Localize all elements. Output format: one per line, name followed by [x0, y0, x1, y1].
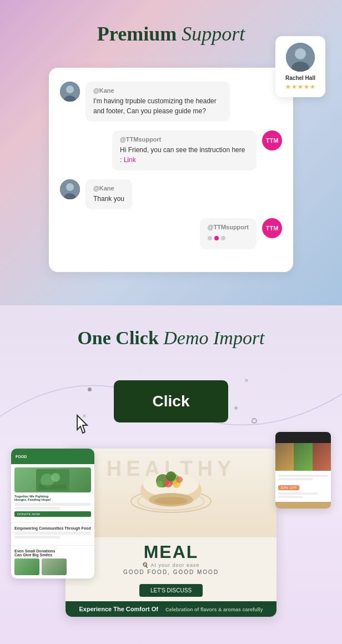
rest-img-3: [313, 443, 331, 471]
food-demo-screenshot: HEALTHY: [66, 449, 276, 617]
user-avatar-1: [60, 82, 80, 102]
chat-handle-4: @TTMsupport: [208, 224, 249, 230]
demo-import-section: One Click Demo Import × × Click FOOD: [0, 305, 342, 644]
food-icon-line: 🍳 At your door ease: [71, 562, 271, 568]
demo-screenshots-area: FOOD Together We FightingHunger, Feeding…: [11, 449, 331, 617]
chat-bubble-2: @TTMsupport Hi Friend, you can see the i…: [112, 130, 256, 170]
dot-1: [208, 236, 212, 240]
title-italic: Support: [182, 23, 245, 45]
rest-price-badge: 30% OFF: [278, 485, 299, 490]
rest-line-4: [278, 496, 303, 498]
chat-message-3: @Kane Thank you: [60, 179, 282, 209]
chat-text-2: Hi Friend, you can see the instruction h…: [120, 145, 249, 165]
section2-title: One Click Demo Import: [77, 328, 264, 349]
food-text-area: MEAL 🍳 At your door ease GOOD FOOD, GOOD…: [66, 537, 276, 580]
meal-subtitle: GOOD FOOD, GOOD MOOD: [71, 569, 271, 575]
chat-handle-3: @Kane: [93, 185, 124, 192]
deco-circle-1: [252, 418, 257, 424]
premium-support-section: Premium Support Rachel Hall ★★★★★: [0, 0, 342, 305]
meal-title: MEAL: [71, 542, 271, 562]
charity-header: FOOD: [11, 449, 94, 464]
bowl-rings-svg: [127, 460, 215, 515]
rachel-avatar: [286, 43, 315, 72]
charity-title: Together We FightingHunger, Feeding Hope…: [14, 495, 91, 501]
footer-celebration: Celebration of flavors & aromas carefull…: [165, 607, 263, 612]
chat-message-1: @Kane I'm having trpuble customizing the…: [60, 82, 282, 122]
rest-line-3: [278, 492, 318, 495]
charity-section-2: Even Small DonationsCan Give Big Smiles: [11, 545, 94, 578]
charity-hero-image: [14, 467, 91, 492]
svg-point-4: [66, 85, 74, 93]
chat-bubble-3: @Kane Thank you: [86, 179, 132, 209]
svg-rect-12: [39, 485, 67, 489]
chat-message-4: TTM @TTMsupport: [60, 218, 282, 249]
charity-line-4: [14, 536, 61, 539]
food-footer-bar: Experience The Comfort Of Celebration of…: [66, 601, 276, 617]
rest-img-1: [275, 443, 294, 471]
rest-header: [275, 432, 331, 443]
chat-card: @Kane I'm having trpuble customizing the…: [49, 68, 293, 272]
title2-normal: One Click: [77, 328, 163, 348]
charity-line-1: [14, 503, 91, 506]
svg-point-23: [176, 476, 183, 483]
charity-img-2: [14, 559, 39, 575]
footer-comfort: Experience The Comfort Of: [79, 606, 158, 612]
food-demo-image: HEALTHY: [66, 449, 276, 537]
typing-dots: [208, 233, 249, 244]
title2-italic: Demo Import: [163, 328, 264, 348]
bowl-area: [66, 449, 276, 518]
click-button-area: × × Click: [82, 371, 260, 432]
svg-point-1: [295, 48, 306, 59]
rachel-card: Rachel Hall ★★★★★: [275, 36, 325, 97]
svg-point-7: [66, 183, 74, 191]
chat-text-1: I'm having trpuble customizing the heade…: [93, 96, 222, 116]
click-demo-button[interactable]: Click: [114, 380, 229, 422]
rachel-name: Rachel Hall: [285, 75, 315, 81]
rachel-stars: ★★★★★: [285, 83, 316, 90]
food-cta-area: LET'S DISCUSS: [66, 580, 276, 601]
chat-bubble-1: @Kane I'm having trpuble customizing the…: [86, 82, 230, 122]
title-normal: Premium: [97, 23, 182, 45]
dot-3: [221, 236, 225, 240]
svg-point-11: [51, 473, 60, 482]
ttm-avatar-1: TTM: [262, 130, 282, 150]
restaurant-demo-screenshot: 30% OFF: [275, 432, 331, 509]
food-cta-button[interactable]: LET'S DISCUSS: [139, 584, 203, 597]
dot-2: [214, 236, 219, 240]
charity-img-3: [42, 559, 67, 575]
rest-body: 30% OFF: [275, 471, 331, 502]
chat-bubble-4: @TTMsupport: [200, 218, 256, 249]
svg-point-25: [154, 497, 188, 505]
user-avatar-2: [60, 179, 80, 199]
rest-line-1: [278, 475, 328, 477]
rest-footer: [275, 502, 331, 509]
section1-title: Premium Support: [97, 22, 245, 46]
charity-cta-btn: DONATE NOW: [14, 511, 91, 517]
charity-body: Together We FightingHunger, Feeding Hope…: [11, 464, 94, 520]
ttm-avatar-2: TTM: [262, 218, 282, 238]
charity-demo-screenshot: FOOD Together We FightingHunger, Feeding…: [11, 449, 94, 578]
deco-x-1: ×: [244, 376, 249, 385]
charity-images-row: [14, 559, 91, 575]
charity-bottom-title: Even Small DonationsCan Give Big Smiles: [14, 549, 91, 557]
chat-link[interactable]: Link: [124, 156, 136, 164]
charity-section-title: Empowering Communities Through Food: [14, 526, 91, 530]
charity-section-1: Empowering Communities Through Food: [11, 522, 94, 543]
rest-image-strip: [275, 443, 331, 471]
rest-img-2: [294, 443, 312, 471]
cursor-icon: [74, 414, 92, 437]
chat-text-3: Thank you: [93, 194, 124, 204]
footer-comfort-bold: Comfort Of: [126, 606, 158, 612]
deco-dot-1: [88, 388, 92, 391]
svg-point-21: [157, 481, 163, 487]
deco-dot-2: [234, 406, 238, 410]
charity-line-3: [14, 532, 91, 535]
charity-line-2: [14, 507, 61, 510]
charity-header-text: FOOD: [16, 455, 27, 459]
chat-message-2: TTM @TTMsupport Hi Friend, you can see t…: [60, 130, 282, 170]
chat-handle-1: @Kane: [93, 87, 222, 94]
chat-handle-2: @TTMsupport: [120, 136, 249, 143]
rest-line-2: [278, 478, 313, 480]
svg-point-22: [166, 471, 176, 481]
